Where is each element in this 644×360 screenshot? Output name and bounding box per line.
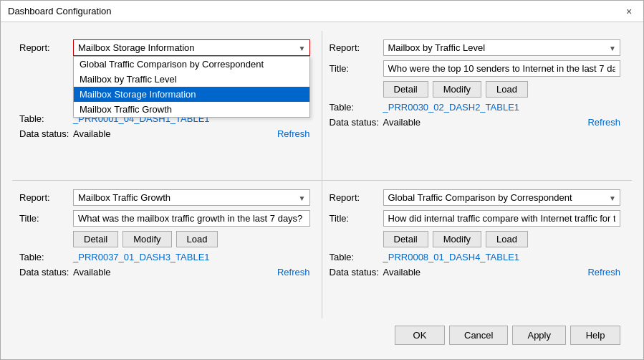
data-status-row-bl: Data status: Available Refresh (19, 267, 310, 278)
load-btn-br[interactable]: Load (486, 231, 528, 247)
title-input-bl[interactable] (73, 210, 310, 227)
dropdown-option-global[interactable]: Global Traffic Comparison by Corresponde… (74, 57, 309, 72)
load-btn-bl[interactable]: Load (176, 231, 218, 247)
report-select-tl[interactable]: Global Traffic Comparison by Corresponde… (73, 39, 310, 56)
panel-bottom-left: Report: Mailbox Traffic Growth ▼ Title: … (12, 181, 322, 318)
table-link-tr[interactable]: _PRR0030_02_DASH2_TABLE1 (383, 102, 520, 113)
table-value-bl: _PRR0037_01_DASH3_TABLE1 (73, 252, 310, 262)
refresh-link-tl[interactable]: Refresh (277, 128, 310, 139)
detail-btn-tr[interactable]: Detail (383, 81, 428, 98)
action-bar: OK Cancel Apply Help (12, 318, 632, 354)
btn-row-bl: Detail Modify Load (73, 231, 310, 247)
dropdown-option-mailbox-growth[interactable]: Mailbox Traffic Growth (74, 102, 309, 117)
report-label-tl: Report: (19, 42, 73, 53)
table-label-tl: Table: (19, 113, 73, 124)
table-field-row-tr: Table: _PRR0030_02_DASH2_TABLE1 (330, 102, 621, 113)
dropdown-option-mailbox-traffic-level[interactable]: Mailbox by Traffic Level (74, 72, 309, 87)
title-label-bl: Title: (19, 213, 73, 224)
title-label-tr: Title: (330, 63, 383, 74)
report-select-bl[interactable]: Mailbox Traffic Growth (73, 189, 310, 206)
data-status-label-tr: Data status: (330, 117, 383, 128)
data-status-label-tl: Data status: (19, 128, 73, 139)
panel-top-right: Report: Mailbox by Traffic Level ▼ Title… (322, 31, 633, 181)
modify-btn-bl[interactable]: Modify (122, 231, 171, 247)
panel-top-left: Report: Global Traffic Comparison by Cor… (12, 31, 322, 181)
data-status-value-br: Available (383, 267, 588, 278)
data-status-value-bl: Available (73, 267, 277, 278)
data-status-row-tl: Data status: Available Refresh (19, 128, 310, 139)
title-label-br: Title: (330, 213, 383, 224)
table-value-br: _PRR0008_01_DASH4_TABLE1 (383, 252, 621, 262)
report-label-bl: Report: (19, 192, 73, 203)
data-status-label-br: Data status: (330, 267, 383, 278)
report-dropdown-list-tl: Global Traffic Comparison by Corresponde… (73, 56, 310, 118)
panel-bottom-right: Report: Global Traffic Comparison by Cor… (322, 181, 633, 318)
data-status-row-tr: Data status: Available Refresh (330, 117, 621, 128)
detail-btn-bl[interactable]: Detail (73, 231, 118, 247)
report-label-br: Report: (330, 192, 383, 203)
refresh-link-bl[interactable]: Refresh (277, 267, 310, 278)
title-field-row-br: Title: (330, 210, 621, 227)
btn-row-br: Detail Modify Load (383, 231, 621, 247)
refresh-link-tr[interactable]: Refresh (587, 117, 620, 128)
dialog-title: Dashboard Configuration (8, 6, 112, 16)
report-label-tr: Report: (330, 42, 383, 53)
refresh-link-br[interactable]: Refresh (587, 267, 620, 278)
dropdown-option-mailbox-storage[interactable]: Mailbox Storage Information (74, 87, 309, 102)
data-status-label-bl: Data status: (19, 267, 73, 278)
data-status-value-tr: Available (383, 117, 588, 128)
title-field-row-bl: Title: (19, 210, 310, 227)
title-input-br[interactable] (383, 210, 621, 227)
table-link-br[interactable]: _PRR0008_01_DASH4_TABLE1 (383, 252, 520, 262)
report-select-br[interactable]: Global Traffic Comparison by Corresponde… (383, 189, 621, 206)
modify-btn-br[interactable]: Modify (433, 231, 481, 247)
table-label-bl: Table: (19, 252, 73, 262)
title-field-row-tr: Title: (330, 60, 621, 77)
table-field-row-bl: Table: _PRR0037_01_DASH3_TABLE1 (19, 252, 310, 262)
table-label-br: Table: (330, 252, 383, 262)
panels-grid: Report: Global Traffic Comparison by Cor… (12, 31, 632, 318)
report-field-row-br: Report: Global Traffic Comparison by Cor… (330, 189, 621, 206)
help-button[interactable]: Help (570, 326, 620, 345)
title-input-tr[interactable] (383, 60, 621, 77)
data-status-row-br: Data status: Available Refresh (330, 267, 621, 278)
detail-btn-br[interactable]: Detail (383, 231, 428, 247)
cancel-button[interactable]: Cancel (449, 326, 508, 345)
apply-button[interactable]: Apply (512, 326, 566, 345)
report-select-tr[interactable]: Mailbox by Traffic Level (383, 39, 621, 56)
ok-button[interactable]: OK (395, 326, 445, 345)
btn-row-tr: Detail Modify Load (383, 81, 621, 98)
modify-btn-tr[interactable]: Modify (433, 81, 481, 98)
table-field-row-br: Table: _PRR0008_01_DASH4_TABLE1 (330, 252, 621, 262)
report-field-row-bl: Report: Mailbox Traffic Growth ▼ (19, 189, 310, 206)
data-status-value-tl: Available (73, 128, 277, 139)
table-label-tr: Table: (330, 102, 383, 113)
report-field-row-tl: Report: Global Traffic Comparison by Cor… (19, 39, 310, 56)
load-btn-tr[interactable]: Load (486, 81, 528, 98)
close-button[interactable]: × (622, 4, 636, 19)
dialog-body: Report: Global Traffic Comparison by Cor… (1, 22, 643, 359)
report-field-row-tr: Report: Mailbox by Traffic Level ▼ (330, 39, 621, 56)
table-value-tr: _PRR0030_02_DASH2_TABLE1 (383, 102, 621, 113)
title-bar: Dashboard Configuration × (1, 1, 643, 22)
table-link-bl[interactable]: _PRR0037_01_DASH3_TABLE1 (73, 252, 210, 262)
dashboard-configuration-dialog: Dashboard Configuration × Report: Global… (0, 0, 644, 360)
